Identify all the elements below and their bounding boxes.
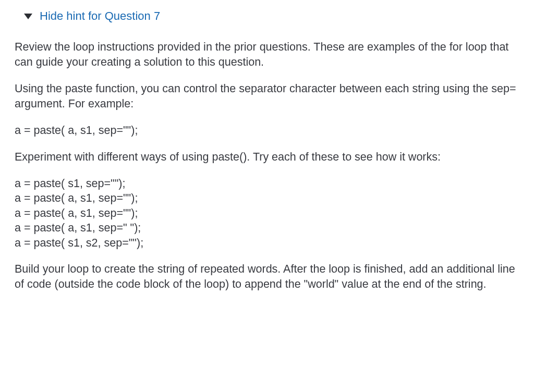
chevron-down-icon: [24, 14, 32, 19]
hint-paragraph-4: Build your loop to create the string of …: [15, 262, 519, 292]
code-line: a = paste( s1, s2, sep="");: [15, 236, 519, 250]
code-example-block: a = paste( s1, sep=""); a = paste( a, s1…: [15, 176, 519, 250]
code-line: a = paste( a, s1, sep=" ");: [15, 220, 519, 235]
hint-content: Review the loop instructions provided in…: [15, 40, 519, 292]
code-line: a = paste( a, s1, sep="");: [15, 191, 519, 205]
code-example-1: a = paste( a, s1, sep="");: [15, 123, 519, 138]
code-line: a = paste( s1, sep="");: [15, 176, 519, 191]
hide-hint-label: Hide hint for Question 7: [40, 9, 160, 23]
hint-paragraph-2: Using the paste function, you can contro…: [15, 81, 519, 112]
code-line: a = paste( a, s1, sep="");: [15, 206, 519, 220]
hide-hint-toggle[interactable]: Hide hint for Question 7: [24, 9, 519, 23]
hint-paragraph-3: Experiment with different ways of using …: [15, 150, 519, 165]
hint-paragraph-1: Review the loop instructions provided in…: [15, 40, 519, 70]
